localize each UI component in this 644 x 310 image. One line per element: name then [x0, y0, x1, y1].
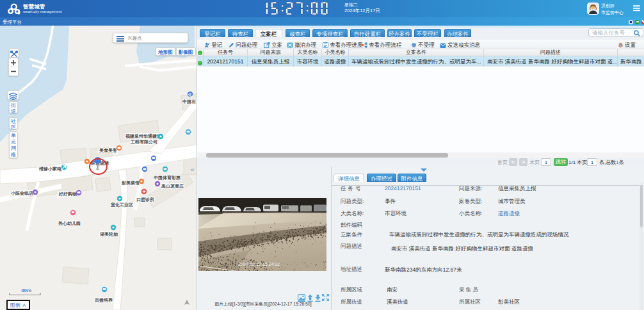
svg-text:维修小家电: 维修小家电: [38, 166, 62, 172]
svg-text:«: «: [191, 167, 194, 173]
svg-text:好好购物: 好好购物: [58, 192, 77, 197]
svg-text:高山茗菜庄: 高山茗菜庄: [161, 183, 184, 189]
svg-text:美食美客: 美食美客: [99, 147, 117, 153]
svg-text:湖美轮胎: 湖美轮胎: [99, 231, 118, 237]
svg-text:热心幼儿园: 热心幼儿园: [58, 221, 81, 226]
svg-text:2024-12-17 15:24:32: 2024-12-17 15:24:32: [238, 262, 280, 266]
svg-text:福建泉州华通建筑: 福建泉州华通建筑: [125, 133, 161, 139]
svg-text:中国体育彩票: 中国体育彩票: [154, 175, 181, 181]
svg-text:中国石: 中国石: [182, 99, 196, 104]
svg-text:百捷培养: 百捷培养: [94, 297, 113, 303]
svg-text:工程有限公司: 工程有限公司: [130, 140, 157, 145]
svg-text:宣化工业区: 宣化工业区: [111, 202, 133, 208]
svg-text:化: 化: [188, 92, 193, 97]
svg-text:小陈金纸店: 小陈金纸店: [10, 190, 33, 196]
svg-text:彭美菜馆: 彭美菜馆: [121, 180, 140, 186]
svg-text:口腔诊所: 口腔诊所: [136, 197, 154, 202]
